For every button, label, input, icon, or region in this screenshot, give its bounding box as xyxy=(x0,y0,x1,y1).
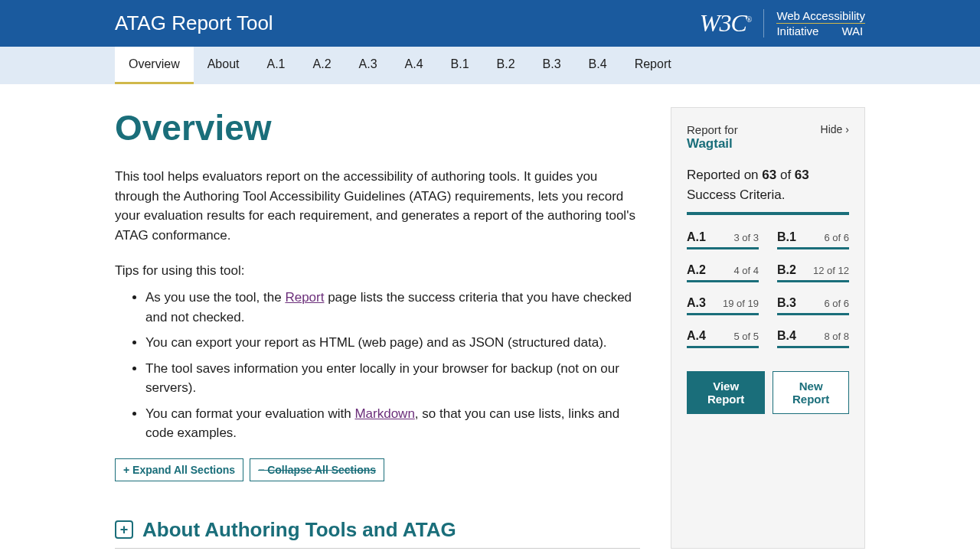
tip-item: You can format your evaluation with Mark… xyxy=(145,404,640,443)
nav-a1[interactable]: A.1 xyxy=(253,47,299,84)
wai-line1: Web Accessibility xyxy=(776,9,865,24)
wai-line2: Initiative WAI xyxy=(776,24,865,37)
tips-label: Tips for using this tool: xyxy=(115,263,640,279)
nav-b4[interactable]: B.4 xyxy=(575,47,621,84)
nav-b2[interactable]: B.2 xyxy=(483,47,529,84)
nav-bar: Overview About A.1 A.2 A.3 A.4 B.1 B.2 B… xyxy=(0,47,980,84)
report-link[interactable]: Report xyxy=(285,290,324,305)
reported-on: Reported on 63 of 63 Success Criteria. xyxy=(687,165,849,204)
app-title: ATAG Report Tool xyxy=(115,11,273,35)
expand-all-button[interactable]: + Expand All Sections xyxy=(115,458,243,481)
nav-a2[interactable]: A.2 xyxy=(299,47,345,84)
nav-b3[interactable]: B.3 xyxy=(529,47,575,84)
tips-list: As you use the tool, the Report page lis… xyxy=(115,288,640,443)
report-for-row: Report for Wagtail Hide › xyxy=(687,123,849,152)
main-column: Overview This tool helps evaluators repo… xyxy=(115,107,640,549)
report-for-label: Report for xyxy=(687,123,738,136)
report-for-name: Wagtail xyxy=(687,136,738,152)
progress-bar xyxy=(687,212,849,215)
sidebar-buttons: View Report New Report xyxy=(687,371,849,414)
grid-b3[interactable]: B.36 of 6 xyxy=(777,296,849,315)
nav-inner: Overview About A.1 A.2 A.3 A.4 B.1 B.2 B… xyxy=(115,47,865,84)
tip-item: As you use the tool, the Report page lis… xyxy=(145,288,640,327)
w3c-logo: W3C® xyxy=(700,9,752,37)
wai-block: Web Accessibility Initiative WAI xyxy=(763,9,865,37)
intro-text: This tool helps evaluators report on the… xyxy=(115,167,640,245)
hide-button[interactable]: Hide › xyxy=(821,123,849,135)
chevron-right-icon: › xyxy=(845,123,849,135)
nav-overview[interactable]: Overview xyxy=(115,47,194,84)
grid-b2[interactable]: B.212 of 12 xyxy=(777,263,849,282)
grid-a1[interactable]: A.13 of 3 xyxy=(687,230,759,249)
section-title: About Authoring Tools and ATAG xyxy=(142,518,456,542)
nav-b1[interactable]: B.1 xyxy=(437,47,483,84)
markdown-link[interactable]: Markdown xyxy=(354,406,414,421)
new-report-button[interactable]: New Report xyxy=(773,371,849,414)
grid-b1[interactable]: B.16 of 6 xyxy=(777,230,849,249)
view-report-button[interactable]: View Report xyxy=(687,371,765,414)
grid-a4[interactable]: A.45 of 5 xyxy=(687,329,759,348)
header: ATAG Report Tool W3C® Web Accessibility … xyxy=(0,0,980,47)
tip-item: You can export your report as HTML (web … xyxy=(145,333,640,353)
expand-collapse-row: + Expand All Sections − Collapse All Sec… xyxy=(115,458,640,481)
nav-a3[interactable]: A.3 xyxy=(345,47,391,84)
nav-a4[interactable]: A.4 xyxy=(391,47,437,84)
page-title: Overview xyxy=(115,107,640,148)
header-right: W3C® Web Accessibility Initiative WAI xyxy=(700,9,865,37)
nav-about[interactable]: About xyxy=(194,47,253,84)
collapse-all-button[interactable]: − Collapse All Sections xyxy=(250,458,384,481)
sidebar-panel: Report for Wagtail Hide › Reported on 63… xyxy=(671,107,865,549)
criteria-grid: A.13 of 3 B.16 of 6 A.24 of 4 B.212 of 1… xyxy=(687,230,849,348)
grid-b4[interactable]: B.48 of 8 xyxy=(777,329,849,348)
grid-a2[interactable]: A.24 of 4 xyxy=(687,263,759,282)
nav-report[interactable]: Report xyxy=(621,47,685,84)
content: Overview This tool helps evaluators repo… xyxy=(0,84,980,551)
plus-icon: + xyxy=(115,520,133,539)
grid-a3[interactable]: A.319 of 19 xyxy=(687,296,759,315)
tip-item: The tool saves information you enter loc… xyxy=(145,359,640,398)
section-about[interactable]: + About Authoring Tools and ATAG xyxy=(115,518,640,549)
